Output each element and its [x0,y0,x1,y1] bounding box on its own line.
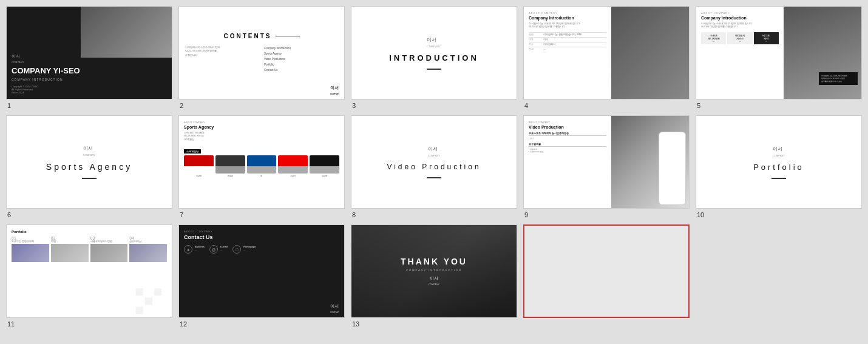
slide-13-number: 13 [351,320,359,328]
slide-10[interactable]: 이서COMPANY Portfolio [696,115,862,209]
slide-11-decor [122,281,172,318]
slide-9-bullet-2-title: 요구결과물 [529,143,606,147]
port-img-2 [51,244,89,262]
slide-12-contact-row: ● Address --- @ E-mail --- □ [184,245,339,254]
slide-7-bottom: 소속개인단 이남현 현준남 최 [184,144,339,177]
slide-11[interactable]: Portfolio 01 프로구단 콘텐츠제작 02 직업 03 서울우리밀시각… [6,224,172,318]
slide-11-item-4: 04 상모나이남 [129,236,167,262]
slide-1[interactable]: 이서COMPANY COMPANY YI-SEO COMPANY INTRODU… [6,6,172,99]
slide-7-player-img-4 [278,155,308,174]
slide-3-line [427,69,441,70]
slide-5-text: 이서컴퍼니는 스포츠 매니지먼트 업체로 입니다에 따라 다양한 업무를 수행합… [701,22,779,29]
slide-7-player-img-2 [215,155,245,174]
slide-4-table: 설립이서컴퍼니는 설립되었습니다, 2018. 대표이서 주소이서컴퍼니 전화-… [529,32,606,52]
homepage-icon: □ [232,245,241,254]
slide-8-wrapper: 이서COMPANY Video Production 8 [351,115,517,218]
slide-7-text: 소속 선수 에이전트매니지먼트 서비스계약 협상 [184,132,339,141]
svg-rect-3 [136,306,143,314]
slide-1-subtitle: COMPANY INTRODUCTION [12,78,101,81]
slide-5[interactable]: About Company Company Introduction 이서컴퍼니… [696,6,862,99]
slide-13[interactable]: THANK YOU COMPANY INTRODUCTION 이서COMPANY [351,224,517,318]
port-num-1: 01 [12,236,49,240]
slide-2-wrapper: CONTENTS 이서컴퍼니의 스포츠 매니지먼트입니다 에 따라 다양한 업무… [178,6,345,109]
slide-7-section-title: 소속개인단 [184,149,201,153]
slide-5-cards: 스포츠매니지먼트--- 에이전시서비스--- 비디오제작--- [701,32,779,44]
slide-1-number: 1 [6,102,11,109]
address-icon: ● [184,245,192,254]
homepage-label: Homepage [243,245,256,248]
slide-7-player-3: 최 [247,155,277,177]
slide-5-number: 5 [696,102,700,109]
slide-7-player-img-5 [310,155,339,174]
slide-7-player-name-1: 이남현 [184,175,214,177]
slide-12-logo: 이서COMPANY [330,303,339,314]
slide-12[interactable]: About Company Contact Us ● Address --- @… [178,224,345,318]
port-num-2: 02 [51,236,89,240]
slide-1-content: 이서COMPANY COMPANY YI-SEO COMPANY INTRODU… [7,49,106,99]
slide-8-number: 8 [351,211,356,218]
email-icon: @ [209,245,218,254]
slide-6[interactable]: 이서COMPANY Sports Agency [6,115,172,209]
slide-2[interactable]: CONTENTS 이서컴퍼니의 스포츠 매니지먼트입니다 에 따라 다양한 업무… [178,6,345,99]
homepage-value: --- [243,249,246,251]
slide-4[interactable]: About Company Company Introduction 이서컴퍼니… [523,6,690,99]
slide-7[interactable]: About Company Sports Agency 소속 선수 에이전트매니… [178,115,345,209]
slide-9-bullet-1: 프로스포츠 자체제작 실시간중계방송 • 경기 [529,132,606,140]
slide-3[interactable]: 이서COMPANY INTRODUCTION [351,6,517,99]
slide-9-about: About Company [529,121,606,124]
slide-2-number: 2 [178,102,183,109]
slide-8[interactable]: 이서COMPANY Video Production [351,115,517,209]
address-label: Address [195,245,205,248]
slide-4-text: 이서컴퍼니는 스포츠 매니지먼트 업체로 입니다에 따라 다양한 업무를 수행합… [529,22,606,29]
slide-7-players: 이남현 현준남 최 고남이 [184,155,339,177]
slide-9-bullet-1-text: • 경기 [529,137,606,140]
port-label-4: 상모나이남 [129,240,167,243]
slide-4-wrapper: About Company Company Introduction 이서컴퍼니… [523,6,690,109]
slide-14-wrapper [523,224,690,328]
slide-9-bullet-2: 요구결과물 • 방송제작• 소셜미디어 영상 [529,143,606,153]
slide-9[interactable]: About Company Video Production 프로스포츠 자체제… [523,115,690,209]
slide-13-content: THANK YOU COMPANY INTRODUCTION 이서COMPANY [401,257,467,286]
slide-3-logo: 이서COMPANY [427,36,441,49]
port-label-1: 프로구단 콘텐츠제작 [12,240,49,243]
slide-1-title: COMPANY YI-SEO [12,66,101,76]
slide-7-content: 소속 선수 에이전트매니지먼트 서비스계약 협상 [184,132,339,141]
slide-8-line [427,177,441,178]
homepage-info: Homepage --- [243,245,256,251]
slide-6-logo: 이서COMPANY [83,145,95,157]
slide-5-card-1: 스포츠매니지먼트--- [701,32,726,44]
slide-10-line [771,178,786,179]
slide-5-title: Company Introduction [701,16,779,20]
svg-rect-2 [154,288,161,295]
slide-grid: 이서COMPANY COMPANY YI-SEO COMPANY INTRODU… [6,6,862,328]
slide-10-title: Portfolio [753,163,804,172]
slide-12-address: ● Address --- [184,245,205,254]
slide-11-grid: 01 프로구단 콘텐츠제작 02 직업 03 서울우리밀시각인벤 04 상모나이… [12,236,167,262]
slide-12-email: @ E-mail --- [209,245,228,254]
slide-4-image [611,7,689,99]
slide-7-player-4: 고남이 [278,155,308,177]
slide-1-logo: 이서COMPANY [12,53,101,64]
slide-10-logo: 이서COMPANY [773,146,785,158]
slide-11-item-3: 03 서울우리밀시각인벤 [90,236,128,262]
slide-7-player-name-4: 고남이 [278,175,308,177]
slide-5-card-2: 에이전시서비스--- [727,32,752,44]
port-num-3: 03 [90,236,128,240]
slide-12-homepage: □ Homepage --- [232,245,256,254]
slide-7-wrapper: About Company Sports Agency 소속 선수 에이전트매니… [178,115,345,218]
slide-5-about: About Company [701,12,779,15]
slide-6-number: 6 [6,211,11,218]
slide-7-number: 7 [178,211,183,218]
slide-7-player-img-3 [247,155,277,174]
slide-7-player-name-2: 현준남 [215,175,245,177]
slide-3-wrapper: 이서COMPANY INTRODUCTION 3 [351,6,517,109]
slide-2-right-list: Company Introduction Sports Agency Video… [264,46,338,73]
slide-7-player-img-1 [184,155,214,174]
slide-6-title: Sports Agency [46,162,132,172]
slide-7-about: About Company [184,121,339,124]
slide-11-item-2: 02 직업 [51,236,89,262]
address-info: Address --- [195,245,205,251]
slide-4-title: Company Introduction [529,16,606,20]
port-img-1 [12,244,49,262]
slide-9-number: 9 [523,211,528,218]
